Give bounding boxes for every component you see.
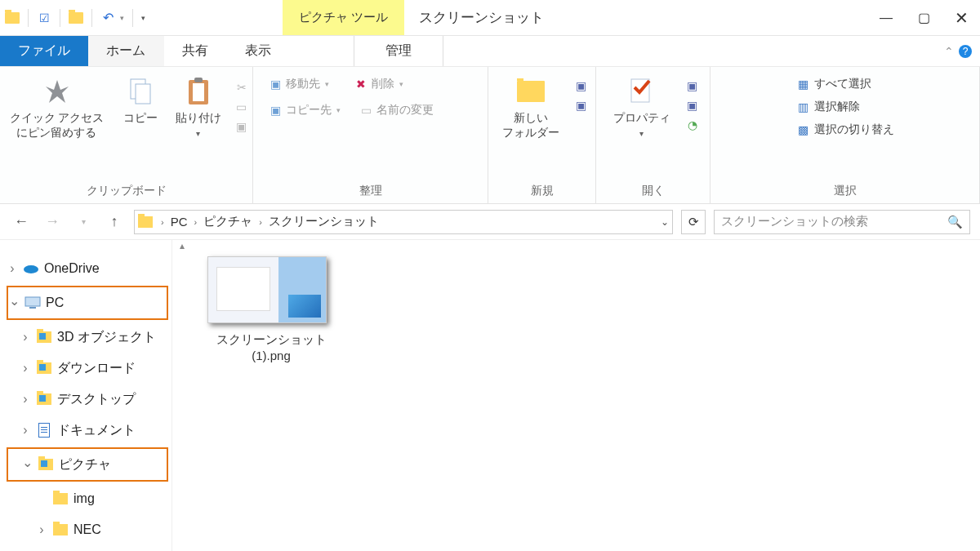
downloads-icon [36, 360, 52, 376]
group-label-new: 新規 [531, 180, 554, 200]
help-icon[interactable]: ? [959, 45, 972, 58]
select-all[interactable]: ▦すべて選択 [796, 77, 871, 91]
svg-rect-9 [29, 307, 36, 309]
forward-button[interactable]: → [41, 213, 64, 230]
new-folder-button[interactable]: 新しい フォルダー [496, 75, 566, 140]
file-thumbnail [207, 256, 327, 323]
paste-button[interactable]: 貼り付け ▾ [171, 75, 226, 138]
open-small[interactable]: ▣ [685, 78, 700, 93]
properties-button[interactable]: プロパティ ▾ [607, 75, 677, 138]
onedrive-icon [23, 260, 39, 277]
folder-icon [52, 491, 69, 507]
select-none[interactable]: ▥選択解除 [796, 100, 860, 114]
search-placeholder: スクリーンショットの検索 [721, 214, 868, 229]
tree-img[interactable]: img [7, 483, 168, 514]
cut-icon: ✂ [234, 80, 249, 95]
address-dropdown[interactable]: ⌄ [661, 216, 669, 228]
back-button[interactable]: ← [10, 213, 33, 230]
tree-3d-objects[interactable]: 3D オブジェクト [7, 322, 168, 353]
app-icon [5, 11, 20, 25]
move-to[interactable]: ▣移動先▾ [268, 77, 329, 91]
separator [28, 9, 29, 27]
svg-rect-4 [193, 83, 204, 101]
qat-customize[interactable]: ▾ [141, 14, 145, 22]
pc-icon [24, 295, 41, 311]
move-icon: ▣ [268, 77, 283, 91]
paste-shortcut-small[interactable]: ▣ [234, 119, 249, 134]
navigation-tree: OneDrive PC 3D オブジェクト ダウンロード デスクトップ [0, 240, 172, 551]
group-label-open: 開く [642, 180, 665, 200]
copy-to[interactable]: ▣コピー先▾ [268, 103, 341, 118]
paste-icon [185, 77, 212, 106]
svg-marker-0 [46, 80, 69, 103]
tree-pictures[interactable]: ピクチャ [8, 449, 167, 480]
copy-button[interactable]: コピー [118, 75, 163, 126]
search-icon[interactable]: 🔍 [947, 215, 963, 229]
search-box[interactable]: スクリーンショットの検索 🔍 [714, 210, 970, 234]
properties-quick-icon[interactable]: ☑ [37, 11, 51, 25]
chevron-right-icon[interactable]: › [191, 217, 201, 227]
delete-button[interactable]: ✖削除▾ [354, 77, 403, 91]
tree-scrollbar[interactable]: ▴ [172, 240, 191, 551]
tree-desktop[interactable]: デスクトップ [7, 384, 168, 415]
folder-icon [514, 75, 547, 108]
folder-quick-icon[interactable] [69, 11, 83, 25]
undo-dropdown[interactable]: ▾ [120, 14, 124, 22]
3d-objects-icon [36, 329, 52, 345]
view-tab[interactable]: 表示 [227, 36, 290, 66]
open-icon: ▣ [685, 78, 700, 93]
chevron-right-icon[interactable]: › [256, 217, 265, 227]
svg-rect-8 [25, 297, 40, 306]
close-button[interactable]: ✕ [942, 0, 980, 35]
edit-small[interactable]: ▣ [685, 98, 700, 113]
undo-icon[interactable]: ↶ [100, 11, 115, 25]
crumb-pc[interactable]: PC [171, 215, 188, 229]
tree-onedrive[interactable]: OneDrive [7, 253, 168, 284]
svg-point-7 [24, 265, 38, 273]
share-tab[interactable]: 共有 [164, 36, 227, 66]
new-item-small[interactable]: ▣ [574, 78, 589, 93]
cut-small[interactable]: ✂ [234, 80, 249, 95]
separator [60, 9, 60, 27]
shortcut-icon: ▣ [234, 119, 249, 134]
window-title: スクリーンショット [404, 0, 559, 35]
chevron-right-icon[interactable]: › [158, 217, 167, 227]
tree-nec[interactable]: NEC [7, 514, 168, 545]
tree-pc[interactable]: PC [8, 287, 167, 318]
easy-access-small[interactable]: ▣ [574, 98, 589, 113]
recent-dropdown[interactable]: ▾ [72, 217, 95, 226]
rename-icon: ▭ [359, 103, 373, 118]
pin-to-quick-access[interactable]: クイック アクセス にピン留めする [4, 75, 110, 140]
collapse-ribbon-icon[interactable]: ⌃ [944, 45, 954, 58]
file-item[interactable]: スクリーンショット (1).png [207, 256, 335, 363]
scroll-up-icon[interactable]: ▴ [180, 240, 185, 256]
crumb-screenshots[interactable]: スクリーンショット [269, 214, 379, 229]
history-icon: ◔ [685, 118, 700, 132]
desktop-icon [36, 391, 52, 407]
rename-button[interactable]: ▭名前の変更 [359, 103, 434, 118]
file-tab[interactable]: ファイル [0, 36, 88, 66]
invert-icon: ▩ [796, 122, 811, 137]
tree-documents[interactable]: ドキュメント [7, 415, 168, 446]
file-pane[interactable]: スクリーンショット (1).png [191, 240, 980, 551]
properties-icon [626, 75, 658, 108]
up-button[interactable]: ↑ [103, 213, 126, 230]
address-bar[interactable]: › PC › ピクチャ › スクリーンショット ⌄ [134, 210, 673, 234]
home-tab[interactable]: ホーム [88, 36, 164, 66]
folder-icon [52, 522, 69, 538]
minimize-button[interactable]: — [867, 0, 905, 35]
manage-tab[interactable]: 管理 [354, 36, 443, 66]
crumb-pictures[interactable]: ピクチャ [203, 214, 252, 229]
pictures-icon [38, 456, 54, 473]
copy-path-small[interactable]: ▭ [234, 100, 249, 114]
new-item-icon: ▣ [574, 78, 589, 93]
group-label-clipboard: クリップボード [87, 180, 167, 200]
maximize-button[interactable]: ▢ [905, 0, 942, 35]
quick-access-toolbar: ☑ ↶ ▾ ▾ [0, 0, 150, 35]
file-name: スクリーンショット (1).png [207, 331, 335, 363]
refresh-button[interactable]: ⟳ [681, 210, 706, 234]
path-icon: ▭ [234, 100, 249, 114]
history-small[interactable]: ◔ [685, 118, 700, 132]
invert-selection[interactable]: ▩選択の切り替え [796, 122, 894, 137]
tree-downloads[interactable]: ダウンロード [7, 353, 168, 384]
